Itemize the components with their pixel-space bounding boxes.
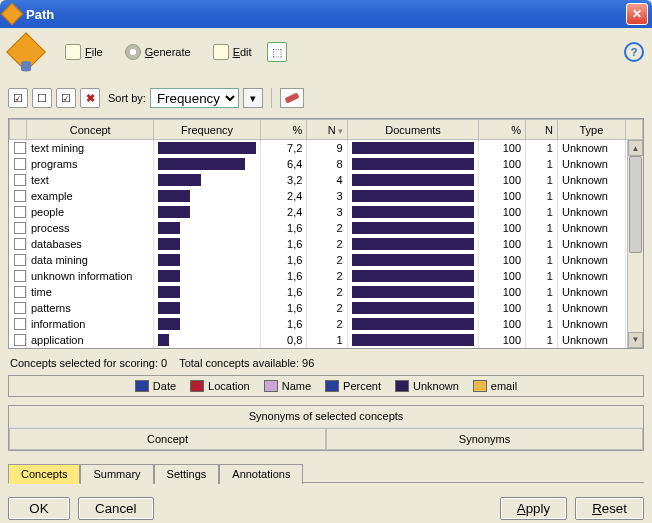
marker-icon	[284, 92, 299, 103]
cell-n1: 2	[307, 252, 347, 268]
row-checkbox[interactable]	[14, 286, 26, 298]
cell-pct: 1,6	[260, 300, 307, 316]
cell-freq-bar	[154, 140, 260, 156]
row-checkbox[interactable]	[14, 238, 26, 250]
row-checkbox[interactable]	[14, 158, 26, 170]
cell-n2: 1	[526, 140, 558, 156]
available-count: 96	[302, 357, 314, 369]
legend-label: Percent	[343, 380, 381, 392]
col-type[interactable]: Type	[557, 120, 625, 140]
tab-concepts[interactable]: Concepts	[8, 464, 80, 484]
edit-label: dit	[240, 46, 252, 58]
synonyms-title: Synonyms of selected concepts	[9, 406, 643, 428]
main-toolbar: File Generate Edit ⬚ ?	[8, 34, 644, 72]
col-pct[interactable]: %	[260, 120, 307, 140]
cell-concept: time	[26, 284, 153, 300]
tab-annotations[interactable]: Annotations	[219, 464, 303, 484]
cell-pct: 2,4	[260, 204, 307, 220]
cell-freq-bar	[154, 220, 260, 236]
help-button[interactable]: ?	[624, 42, 644, 62]
table-row[interactable]: patterns1,621001Unknown	[10, 300, 643, 316]
cell-n1: 3	[307, 204, 347, 220]
cell-pct2: 100	[479, 204, 526, 220]
table-row[interactable]: programs6,481001Unknown	[10, 156, 643, 172]
col-n1[interactable]: N▾	[307, 120, 347, 140]
row-checkbox[interactable]	[14, 334, 26, 346]
generate-menu[interactable]: Generate	[118, 41, 198, 63]
table-row[interactable]: time1,621001Unknown	[10, 284, 643, 300]
cell-pct2: 100	[479, 252, 526, 268]
legend-item: Name	[264, 380, 311, 392]
cell-n1: 2	[307, 236, 347, 252]
close-button[interactable]: ✕	[626, 3, 648, 25]
cell-doc-bar	[347, 220, 479, 236]
cell-pct2: 100	[479, 332, 526, 348]
cell-concept: text	[26, 172, 153, 188]
synonyms-col-concept[interactable]: Concept	[9, 428, 326, 450]
edit-menu[interactable]: Edit	[206, 41, 259, 63]
table-row[interactable]: application0,811001Unknown	[10, 332, 643, 348]
toolbar-extra-button[interactable]: ⬚	[267, 42, 287, 62]
scroll-thumb[interactable]	[629, 156, 642, 253]
row-checkbox[interactable]	[14, 302, 26, 314]
row-checkbox[interactable]	[14, 254, 26, 266]
row-checkbox[interactable]	[14, 142, 26, 154]
table-row[interactable]: data mining1,621001Unknown	[10, 252, 643, 268]
table-row[interactable]: information1,621001Unknown	[10, 316, 643, 332]
cell-concept: process	[26, 220, 153, 236]
cell-freq-bar	[154, 204, 260, 220]
uncheck-all-button[interactable]: ☐	[32, 88, 52, 108]
cancel-button[interactable]: Cancel	[78, 497, 154, 520]
col-scroll	[625, 120, 642, 140]
vertical-scrollbar[interactable]: ▲ ▼	[627, 140, 643, 348]
col-n2[interactable]: N	[526, 120, 558, 140]
cell-pct2: 100	[479, 236, 526, 252]
col-documents[interactable]: Documents	[347, 120, 479, 140]
sort-dropdown-button[interactable]: ▾	[243, 88, 263, 108]
legend-swatch	[264, 380, 278, 392]
table-row[interactable]: text mining7,291001Unknown	[10, 140, 643, 156]
tab-summary[interactable]: Summary	[80, 464, 153, 484]
file-menu[interactable]: File	[58, 41, 110, 63]
col-check[interactable]	[10, 120, 27, 140]
table-row[interactable]: text3,241001Unknown	[10, 172, 643, 188]
check-all-button[interactable]: ☑	[8, 88, 28, 108]
col-concept[interactable]: Concept	[26, 120, 153, 140]
row-checkbox[interactable]	[14, 206, 26, 218]
cell-freq-bar	[154, 316, 260, 332]
table-row[interactable]: example2,431001Unknown	[10, 188, 643, 204]
cell-type: Unknown	[557, 300, 625, 316]
ok-button[interactable]: OK	[8, 497, 70, 520]
check-selected-button[interactable]: ☑	[56, 88, 76, 108]
row-checkbox[interactable]	[14, 190, 26, 202]
row-checkbox[interactable]	[14, 270, 26, 282]
table-row[interactable]: process1,621001Unknown	[10, 220, 643, 236]
synonyms-col-synonyms[interactable]: Synonyms	[326, 428, 643, 450]
row-checkbox[interactable]	[14, 222, 26, 234]
col-pct2[interactable]: %	[479, 120, 526, 140]
table-row[interactable]: people2,431001Unknown	[10, 204, 643, 220]
col-frequency[interactable]: Frequency	[154, 120, 260, 140]
available-label: Total concepts available:	[179, 357, 299, 369]
cell-pct: 0,8	[260, 332, 307, 348]
table-row[interactable]: unknown information1,621001Unknown	[10, 268, 643, 284]
cell-pct: 1,6	[260, 236, 307, 252]
cell-doc-bar	[347, 252, 479, 268]
clear-button[interactable]: ✖	[80, 88, 100, 108]
scroll-down-button[interactable]: ▼	[628, 332, 643, 348]
table-row[interactable]: databases1,621001Unknown	[10, 236, 643, 252]
cell-pct: 1,6	[260, 220, 307, 236]
cell-concept: information	[26, 316, 153, 332]
cell-doc-bar	[347, 188, 479, 204]
row-checkbox[interactable]	[14, 318, 26, 330]
reset-button[interactable]: Reset	[575, 497, 644, 520]
highlight-button[interactable]	[280, 88, 304, 108]
scroll-track[interactable]	[628, 156, 643, 332]
tab-settings[interactable]: Settings	[154, 464, 220, 484]
apply-button[interactable]: Apply	[500, 497, 567, 520]
concepts-table: Concept Frequency % N▾ Documents % N Typ…	[8, 118, 644, 349]
cell-doc-bar	[347, 140, 479, 156]
sort-select[interactable]: Frequency	[150, 88, 239, 108]
scroll-up-button[interactable]: ▲	[628, 140, 643, 156]
row-checkbox[interactable]	[14, 174, 26, 186]
